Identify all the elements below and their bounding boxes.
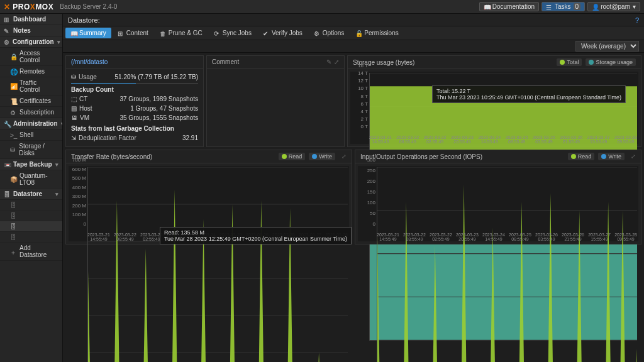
chevron-down-icon: ▾ bbox=[55, 191, 58, 197]
tab-options[interactable]: ⚙Options bbox=[309, 28, 349, 38]
sidebar-item-config[interactable]: ⚙Configuration▾ bbox=[0, 36, 62, 48]
disk-icon: ⛁ bbox=[71, 74, 76, 80]
gear-icon: ⚙ bbox=[314, 30, 320, 36]
sidebar-item-label: Quantum-LTO8 bbox=[19, 172, 58, 186]
tab-sync[interactable]: ⟳Sync Jobs bbox=[209, 28, 257, 38]
sidebar-item-label: Dashboard bbox=[13, 16, 46, 23]
sidebar-item-access[interactable]: 🔒Access Control bbox=[0, 48, 62, 66]
gear-icon: ⚙ bbox=[4, 39, 9, 45]
documentation-button[interactable]: 📖 Documentation bbox=[479, 2, 539, 11]
tab-bar: 📖Summary⊞Content🗑Prune & GC⟳Sync Jobs✔Ve… bbox=[63, 26, 644, 40]
sidebar-item-label: Subscription bbox=[19, 109, 54, 116]
db-icon: 🗄 bbox=[10, 223, 16, 229]
sidebar-item-disks[interactable]: ⛁Storage / Disks bbox=[0, 141, 62, 159]
sidebar-item-sub[interactable]: ♻Subscription bbox=[0, 107, 62, 118]
sidebar-item-remotes[interactable]: 🌐Remotes bbox=[0, 66, 62, 77]
iops-chart[interactable]: 0501001502002503002023-03-21 14:55:49202… bbox=[358, 166, 638, 241]
sidebar-item-label: Remotes bbox=[19, 68, 45, 75]
usage-value: 51.20% (7.79 TB of 15.22 TB) bbox=[115, 74, 199, 80]
sidebar-item-tape[interactable]: 📼Tape Backup▾ bbox=[0, 159, 62, 170]
legend-read[interactable]: Read bbox=[279, 153, 306, 160]
chevron-down-icon: ▾ bbox=[55, 162, 58, 168]
chart-toolbar: Week (average) bbox=[63, 40, 644, 53]
plus-icon: ＋ bbox=[10, 248, 16, 255]
sidebar-item-ds1[interactable]: 🗄 bbox=[0, 200, 62, 211]
legend-total[interactable]: Total bbox=[557, 58, 582, 66]
life-icon: ♻ bbox=[10, 109, 16, 116]
tab-verify[interactable]: ✔Verify Jobs bbox=[258, 28, 308, 38]
transfer-chart[interactable]: Read: 135.58 M Tue Mar 28 2023 12:25:49 … bbox=[69, 166, 349, 241]
sidebar-item-quantum[interactable]: 📦Quantum-LTO8 bbox=[0, 170, 62, 189]
timeframe-select[interactable]: Week (average) bbox=[575, 41, 639, 52]
globe-icon: 🌐 bbox=[10, 69, 16, 75]
panel-title: Storage usage (bytes) Total Storage usag… bbox=[348, 56, 641, 69]
sidebar-item-label: Tape Backup bbox=[13, 161, 52, 168]
tape-icon: 📼 bbox=[4, 162, 10, 168]
term-icon: >_ bbox=[10, 132, 16, 138]
signal-icon: 📶 bbox=[10, 83, 16, 89]
content-area: Datastore: ? 📖Summary⊞Content🗑Prune & GC… bbox=[63, 14, 644, 362]
db-icon: 🗄 bbox=[10, 212, 16, 219]
sidebar-item-label: Datastore bbox=[13, 190, 42, 197]
edit-icon[interactable]: ✎ bbox=[326, 58, 331, 65]
sidebar-item-traffic[interactable]: 📶Traffic Control bbox=[0, 77, 62, 96]
legend-usage[interactable]: Storage usage bbox=[586, 58, 636, 66]
expand-icon[interactable]: ⤢ bbox=[334, 58, 339, 65]
breadcrumb: Datastore: ? bbox=[63, 14, 644, 26]
note-icon: ✎ bbox=[4, 28, 10, 34]
tasks-button[interactable]: ☰ Tasks 0 bbox=[541, 2, 585, 11]
db-icon: 🗄 bbox=[4, 191, 10, 197]
book-icon: 📖 bbox=[484, 4, 490, 10]
check-icon: ✔ bbox=[263, 30, 269, 36]
user-icon: 👤 bbox=[592, 4, 598, 10]
sidebar-item-ds2[interactable]: 🗄 bbox=[0, 211, 62, 221]
list-icon: ☰ bbox=[546, 4, 552, 10]
sidebar-item-label: Certificates bbox=[19, 97, 51, 104]
disk-icon: ⛁ bbox=[10, 146, 16, 153]
sidebar-item-label: Access Control bbox=[19, 50, 58, 63]
db-icon: 🗄 bbox=[10, 202, 16, 208]
sidebar: ⊞Dashboard✎Notes⚙Configuration▾🔒Access C… bbox=[0, 14, 63, 362]
sidebar-item-admin[interactable]: 🔧Administration▾ bbox=[0, 118, 62, 129]
expand-icon[interactable]: ⤢ bbox=[631, 153, 636, 160]
tasks-badge: 0 bbox=[574, 3, 581, 10]
legend-read[interactable]: Read bbox=[568, 153, 595, 160]
db-icon: 🗄 bbox=[10, 234, 16, 240]
compress-icon: ⇲ bbox=[71, 134, 76, 141]
sidebar-item-shell[interactable]: >_Shell bbox=[0, 129, 62, 141]
legend-write[interactable]: Write bbox=[598, 153, 625, 160]
sidebar-item-ds4[interactable]: 🗄 bbox=[0, 232, 62, 243]
storage-usage-panel: Storage usage (bytes) Total Storage usag… bbox=[347, 55, 641, 147]
tab-content[interactable]: ⊞Content bbox=[113, 28, 153, 38]
tab-prune[interactable]: 🗑Prune & GC bbox=[155, 28, 208, 38]
sidebar-item-label: Shell bbox=[19, 131, 33, 138]
dash-icon: ⊞ bbox=[4, 16, 10, 23]
tab-summary[interactable]: 📖Summary bbox=[65, 28, 111, 38]
storage-chart[interactable]: Total: 15.22 T Thu Mar 23 2023 10:25:49 … bbox=[350, 72, 638, 144]
server-icon: ▤ bbox=[71, 105, 77, 112]
expand-icon[interactable]: ⤢ bbox=[341, 153, 347, 160]
sidebar-item-label: Add Datastore bbox=[19, 244, 58, 258]
sidebar-item-dashboard[interactable]: ⊞Dashboard bbox=[0, 14, 62, 25]
user-menu-button[interactable]: 👤 root@pam ▾ bbox=[587, 2, 640, 11]
refresh-icon: ⟳ bbox=[214, 30, 220, 36]
sidebar-item-cert[interactable]: 📜Certificates bbox=[0, 96, 62, 107]
usage-bar bbox=[71, 83, 198, 84]
desktop-icon: 🖥 bbox=[71, 114, 77, 121]
tab-perms[interactable]: 🔓Permissions bbox=[350, 28, 403, 38]
sidebar-item-datastore-hdr[interactable]: 🗄Datastore▾ bbox=[0, 189, 62, 200]
panel-title: Input/Output Operations per Second (IOPS… bbox=[360, 153, 482, 160]
legend-write[interactable]: Write bbox=[309, 153, 335, 160]
sidebar-item-label: Notes bbox=[13, 27, 31, 34]
cert-icon: 📜 bbox=[10, 98, 16, 104]
sidebar-item-label: Administration bbox=[13, 120, 58, 127]
unlock-icon: 🔓 bbox=[355, 30, 362, 36]
grid-icon: ⊞ bbox=[118, 30, 124, 36]
book-icon: 📖 bbox=[70, 30, 77, 36]
sidebar-item-notes[interactable]: ✎Notes bbox=[0, 25, 62, 36]
help-icon[interactable]: ? bbox=[635, 16, 639, 24]
cube-icon: ⬚ bbox=[71, 96, 77, 102]
sidebar-item-addds[interactable]: ＋Add Datastore bbox=[0, 243, 62, 261]
sidebar-item-ds3[interactable]: 🗄 bbox=[0, 221, 62, 232]
logo-x-icon: ✕ bbox=[4, 3, 11, 11]
